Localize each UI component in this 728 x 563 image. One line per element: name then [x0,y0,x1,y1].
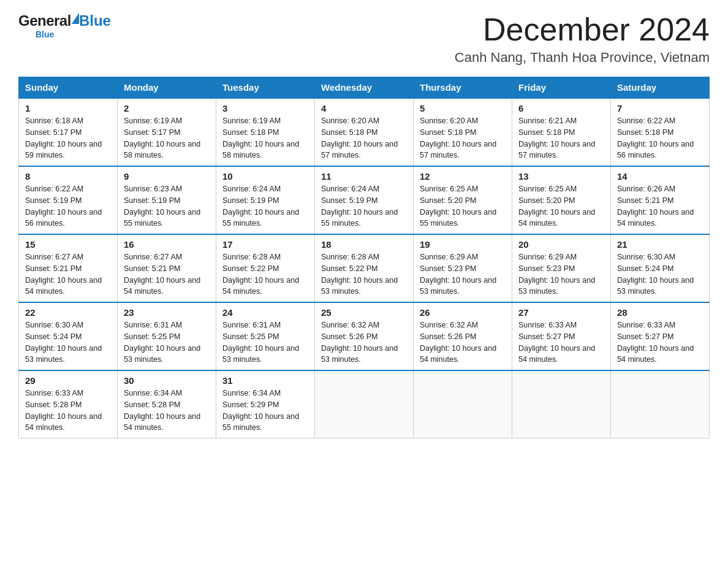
calendar-cell: 27 Sunrise: 6:33 AMSunset: 5:27 PMDaylig… [512,302,611,370]
day-number: 28 [617,307,703,318]
day-number: 3 [222,103,308,113]
day-number: 1 [25,103,111,113]
day-info: Sunrise: 6:24 AMSunset: 5:19 PMDaylight:… [321,183,407,229]
calendar-cell: 10 Sunrise: 6:24 AMSunset: 5:19 PMDaylig… [216,166,315,234]
logo-text-general: General [18,12,71,29]
calendar-cell: 30 Sunrise: 6:34 AMSunset: 5:28 PMDaylig… [118,370,216,439]
calendar-cell: 15 Sunrise: 6:27 AMSunset: 5:21 PMDaylig… [19,234,118,302]
col-sunday: Sunday [19,77,118,99]
day-number: 31 [222,375,308,386]
day-number: 9 [124,171,210,182]
calendar-cell: 22 Sunrise: 6:30 AMSunset: 5:24 PMDaylig… [19,302,118,370]
calendar-cell [611,370,710,439]
calendar-cell: 19 Sunrise: 6:29 AMSunset: 5:23 PMDaylig… [414,234,512,302]
calendar-week-row: 1 Sunrise: 6:18 AMSunset: 5:17 PMDayligh… [19,98,710,166]
calendar-cell: 16 Sunrise: 6:27 AMSunset: 5:21 PMDaylig… [118,234,216,302]
day-info: Sunrise: 6:33 AMSunset: 5:27 PMDaylight:… [617,320,703,366]
col-tuesday: Tuesday [216,77,315,99]
calendar-cell: 17 Sunrise: 6:28 AMSunset: 5:22 PMDaylig… [216,234,315,302]
calendar-table: Sunday Monday Tuesday Wednesday Thursday… [18,77,710,439]
day-number: 29 [25,375,111,386]
day-info: Sunrise: 6:33 AMSunset: 5:28 PMDaylight:… [25,388,111,434]
calendar-cell: 6 Sunrise: 6:21 AMSunset: 5:18 PMDayligh… [512,98,611,166]
day-info: Sunrise: 6:33 AMSunset: 5:27 PMDaylight:… [518,320,604,366]
day-info: Sunrise: 6:26 AMSunset: 5:21 PMDaylight:… [617,183,703,229]
day-number: 22 [25,307,111,318]
location-title: Canh Nang, Thanh Hoa Province, Vietnam [455,50,710,66]
day-number: 16 [124,239,210,250]
day-info: Sunrise: 6:24 AMSunset: 5:19 PMDaylight:… [222,183,308,229]
day-info: Sunrise: 6:32 AMSunset: 5:26 PMDaylight:… [321,320,407,366]
calendar-cell: 26 Sunrise: 6:32 AMSunset: 5:26 PMDaylig… [414,302,512,370]
calendar-cell: 23 Sunrise: 6:31 AMSunset: 5:25 PMDaylig… [118,302,216,370]
day-number: 19 [420,239,506,250]
day-number: 26 [420,307,506,318]
day-info: Sunrise: 6:20 AMSunset: 5:18 PMDaylight:… [321,115,407,161]
calendar-cell: 1 Sunrise: 6:18 AMSunset: 5:17 PMDayligh… [19,98,118,166]
day-number: 20 [518,239,604,250]
day-number: 12 [420,171,506,182]
day-info: Sunrise: 6:32 AMSunset: 5:26 PMDaylight:… [420,320,506,366]
day-info: Sunrise: 6:25 AMSunset: 5:20 PMDaylight:… [420,183,506,229]
day-number: 18 [321,239,407,250]
logo-triangle-icon [72,13,79,24]
day-number: 4 [321,103,407,113]
day-number: 17 [222,239,308,250]
day-info: Sunrise: 6:31 AMSunset: 5:25 PMDaylight:… [222,320,308,366]
calendar-cell: 9 Sunrise: 6:23 AMSunset: 5:19 PMDayligh… [118,166,216,234]
day-info: Sunrise: 6:22 AMSunset: 5:19 PMDaylight:… [25,183,111,229]
calendar-cell: 21 Sunrise: 6:30 AMSunset: 5:24 PMDaylig… [611,234,710,302]
day-number: 10 [222,171,308,182]
calendar-cell: 8 Sunrise: 6:22 AMSunset: 5:19 PMDayligh… [19,166,118,234]
col-friday: Friday [512,77,611,99]
day-info: Sunrise: 6:30 AMSunset: 5:24 PMDaylight:… [25,320,111,366]
calendar-cell: 31 Sunrise: 6:34 AMSunset: 5:29 PMDaylig… [216,370,315,439]
day-number: 23 [124,307,210,318]
day-number: 30 [124,375,210,386]
day-number: 5 [420,103,506,113]
page-header: General Blue Blue December 2024 Canh Nan… [18,12,710,66]
day-info: Sunrise: 6:22 AMSunset: 5:18 PMDaylight:… [617,115,703,161]
calendar-week-row: 15 Sunrise: 6:27 AMSunset: 5:21 PMDaylig… [19,234,710,302]
calendar-body: 1 Sunrise: 6:18 AMSunset: 5:17 PMDayligh… [19,98,710,439]
calendar-week-row: 8 Sunrise: 6:22 AMSunset: 5:19 PMDayligh… [19,166,710,234]
title-block: December 2024 Canh Nang, Thanh Hoa Provi… [455,12,710,66]
day-info: Sunrise: 6:23 AMSunset: 5:19 PMDaylight:… [124,183,210,229]
calendar-cell: 28 Sunrise: 6:33 AMSunset: 5:27 PMDaylig… [611,302,710,370]
day-info: Sunrise: 6:19 AMSunset: 5:18 PMDaylight:… [222,115,308,161]
calendar-cell: 14 Sunrise: 6:26 AMSunset: 5:21 PMDaylig… [611,166,710,234]
logo-line2: Blue [36,29,54,39]
col-saturday: Saturday [611,77,710,99]
day-number: 13 [518,171,604,182]
header-row: Sunday Monday Tuesday Wednesday Thursday… [19,77,710,99]
calendar-cell: 3 Sunrise: 6:19 AMSunset: 5:18 PMDayligh… [216,98,315,166]
day-info: Sunrise: 6:25 AMSunset: 5:20 PMDaylight:… [518,183,604,229]
day-info: Sunrise: 6:27 AMSunset: 5:21 PMDaylight:… [124,251,210,297]
calendar-cell: 25 Sunrise: 6:32 AMSunset: 5:26 PMDaylig… [315,302,414,370]
day-info: Sunrise: 6:30 AMSunset: 5:24 PMDaylight:… [617,251,703,297]
logo-text-blue: Blue [79,12,111,29]
day-info: Sunrise: 6:29 AMSunset: 5:23 PMDaylight:… [518,251,604,297]
day-info: Sunrise: 6:28 AMSunset: 5:22 PMDaylight:… [222,251,308,297]
day-number: 6 [518,103,604,113]
calendar-cell: 13 Sunrise: 6:25 AMSunset: 5:20 PMDaylig… [512,166,611,234]
day-info: Sunrise: 6:34 AMSunset: 5:29 PMDaylight:… [222,388,308,434]
calendar-cell: 2 Sunrise: 6:19 AMSunset: 5:17 PMDayligh… [118,98,216,166]
day-info: Sunrise: 6:29 AMSunset: 5:23 PMDaylight:… [420,251,506,297]
month-title: December 2024 [455,12,710,47]
calendar-week-row: 29 Sunrise: 6:33 AMSunset: 5:28 PMDaylig… [19,370,710,439]
day-number: 2 [124,103,210,113]
col-monday: Monday [118,77,216,99]
calendar-week-row: 22 Sunrise: 6:30 AMSunset: 5:24 PMDaylig… [19,302,710,370]
calendar-cell: 7 Sunrise: 6:22 AMSunset: 5:18 PMDayligh… [611,98,710,166]
day-info: Sunrise: 6:18 AMSunset: 5:17 PMDaylight:… [25,115,111,161]
calendar-cell: 5 Sunrise: 6:20 AMSunset: 5:18 PMDayligh… [414,98,512,166]
logo: General Blue Blue [18,12,111,39]
day-info: Sunrise: 6:28 AMSunset: 5:22 PMDaylight:… [321,251,407,297]
calendar-cell: 12 Sunrise: 6:25 AMSunset: 5:20 PMDaylig… [414,166,512,234]
calendar-cell [315,370,414,439]
day-number: 15 [25,239,111,250]
calendar-cell: 18 Sunrise: 6:28 AMSunset: 5:22 PMDaylig… [315,234,414,302]
calendar-cell: 24 Sunrise: 6:31 AMSunset: 5:25 PMDaylig… [216,302,315,370]
day-number: 27 [518,307,604,318]
